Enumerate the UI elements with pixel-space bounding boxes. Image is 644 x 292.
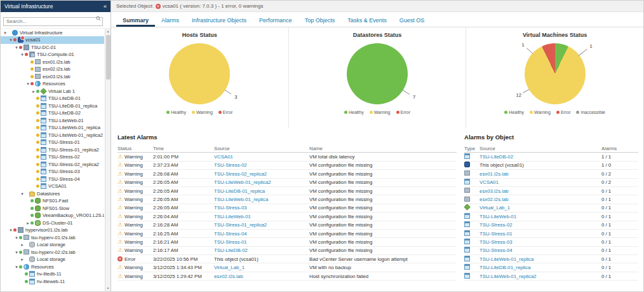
object-source-link[interactable]: TSU-LiteWeb-01_replica2 — [480, 274, 601, 279]
alarm-source-link[interactable]: esx02.l2s.lab — [214, 274, 309, 279]
tree-item-vcsa01[interactable]: VCSA01 — [1, 183, 104, 190]
alarm-source-link[interactable]: TSU-Stress-02_replica2 — [214, 171, 309, 177]
table-row[interactable]: esx02.l2s.lab0 / 1 — [464, 195, 638, 204]
tree-item-local-storage[interactable]: ▸Local storage — [1, 241, 104, 249]
table-row[interactable]: ⚠Warning2:16:28 AMTSU-Stress-01_replica2… — [117, 221, 457, 230]
column-header-alarms[interactable]: Alarms — [601, 146, 638, 151]
tree-item-tsu-litedb-01-replica[interactable]: TSU-LiteDB-01_replica — [1, 102, 104, 110]
tree-item-tsu-liteweb-01-replica[interactable]: TSU-LiteWeb-01_replica — [1, 124, 104, 132]
tree-item-tsu-stress-02[interactable]: TSU-Stress-02 — [1, 153, 104, 161]
tree-item-tsu-stress-01-replica2[interactable]: TSU-Stress-01_replica2 — [1, 146, 104, 154]
tree-item-tsu-stress-04[interactable]: TSU-Stress-04 — [1, 176, 104, 183]
alarm-source-link[interactable]: Virtual_Lab_1 — [214, 265, 309, 270]
tree-item-vcsa01[interactable]: ▾vcsa01 — [1, 36, 104, 44]
chevron-down-icon[interactable]: ▾ — [8, 38, 13, 42]
object-source-link[interactable]: TSU-LiteDB-01_replica — [480, 265, 601, 270]
alarm-source-link[interactable]: TSU-LiteWeb-01_replica2 — [214, 179, 309, 185]
table-row[interactable]: ✕Error3/22/2025 10:56 PMThis object (vcs… — [117, 255, 457, 263]
column-header-source[interactable]: Source — [214, 146, 309, 151]
tab-infrastructure-objects[interactable]: Infrastructure Objects — [185, 15, 253, 27]
chevron-down-icon[interactable]: ▾ — [14, 265, 19, 269]
tree-item-datastores[interactable]: ▾Datastores — [1, 190, 104, 198]
table-row[interactable]: TSU-Stress-020 / 1 — [464, 221, 638, 230]
tree-item-tsu-liteweb-01[interactable]: TSU-LiteWeb-01 — [1, 117, 104, 125]
collapse-panel-icon[interactable]: « — [104, 3, 107, 10]
tab-tasks-events[interactable]: Tasks & Events — [341, 15, 393, 27]
table-row[interactable]: TSU-LiteDB-021 / 1 — [464, 153, 638, 161]
tree-item-resources[interactable]: ▾Resources — [1, 263, 104, 271]
column-header-status[interactable]: Status — [117, 146, 153, 151]
tree-item-tsu-stress-03[interactable]: TSU-Stress-03 — [1, 168, 104, 176]
tree-item-ds-cluster-01[interactable]: ▸DS-Cluster-01 — [1, 219, 104, 227]
column-header-source[interactable]: Source — [480, 146, 601, 151]
object-source-link[interactable]: TSU-LiteWeb-01 — [480, 214, 601, 219]
tree-item-virtual-lab-1[interactable]: ▸Virtual Lab 1 — [1, 88, 104, 95]
column-header-time[interactable]: Time — [153, 146, 214, 151]
chevron-down-icon[interactable]: ▾ — [25, 81, 30, 86]
object-source-link[interactable]: TSU-LiteWeb-01_replica — [480, 256, 601, 262]
table-row[interactable]: VCSA010 / 2 — [464, 179, 638, 187]
tree-item-tsu-compute-01[interactable]: ▾TSU-Compute-01 — [1, 51, 104, 59]
chevron-down-icon[interactable]: ▾ — [14, 45, 19, 50]
tree-item-virtual-infrastructure[interactable]: ▾Virtual Infrastructure — [1, 29, 104, 37]
alarm-source-link[interactable]: TSU-LiteWeb-01_replica — [214, 197, 309, 202]
table-row[interactable]: ⚠Warning2:16:21 AMTSU-Stress-01VM config… — [117, 238, 457, 246]
table-row[interactable]: ⚠Warning2:26:05 AMTSU-LiteDB-01_replicaV… — [117, 187, 457, 195]
chevron-down-icon[interactable]: ▾ — [20, 52, 25, 57]
object-source-link[interactable]: TSU-Stress-04 — [480, 247, 601, 253]
tab-summary[interactable]: Summary — [116, 15, 155, 27]
alarm-source-link[interactable]: TSU-Stress-01_replica2 — [214, 222, 309, 228]
object-source-link[interactable]: TSU-LiteDB-02 — [480, 154, 601, 160]
table-row[interactable]: ⚠Warning2:26:08 AMTSU-Stress-02_replica2… — [117, 170, 457, 178]
table-row[interactable]: TSU-LiteWeb-01_replica20 / 1 — [464, 272, 638, 281]
tree-item-esx01-l2s-lab[interactable]: esx01.l2s.lab — [1, 59, 104, 66]
object-source-link[interactable]: Virtual_Lab_1 — [480, 205, 601, 211]
chevron-right-icon[interactable]: ▸ — [25, 221, 30, 225]
table-row[interactable]: Virtual_Lab_10 / 1 — [464, 204, 638, 212]
table-row[interactable]: ⚠Warning2:37:23 AMTSU-Stress-02VM config… — [117, 162, 457, 170]
chevron-right-icon[interactable]: ▸ — [31, 89, 36, 94]
tab-guest-os[interactable]: Guest OS — [393, 15, 431, 27]
table-row[interactable]: ⚠Warning3/12/2025 1:34:43 PMVirtual_Lab_… — [117, 263, 457, 272]
tree-item-nfs01-fast[interactable]: NFS01-Fast — [1, 197, 104, 205]
alarm-source-link[interactable]: TSU-Stress-02 — [214, 162, 309, 168]
tab-alarms[interactable]: Alarms — [155, 15, 185, 27]
object-source-link[interactable]: TSU-Stress-02 — [480, 222, 601, 228]
tab-performance[interactable]: Performance — [253, 15, 299, 27]
tree-item-hypervisor01-l2s-lab[interactable]: ▾hypervisor01.l2s.lab — [1, 226, 104, 234]
table-row[interactable]: ⚠Warning2:16:25 AMTSU-Stress-04VM config… — [117, 230, 457, 238]
object-source-link[interactable]: esx03.l2s.lab — [480, 188, 601, 194]
column-header-name[interactable]: Name — [309, 146, 457, 151]
table-row[interactable]: TSU-Stress-040 / 1 — [464, 247, 638, 255]
object-source-link[interactable]: TSU-Stress-01 — [480, 231, 601, 237]
alarm-source-link[interactable]: TSU-Stress-01 — [214, 239, 309, 245]
table-row[interactable]: TSU-LiteDB-01_replica0 / 1 — [464, 263, 638, 272]
tree-item-tsu-stress-01[interactable]: TSU-Stress-01 — [1, 139, 104, 146]
table-row[interactable]: ⚠Warning2:16:17 AMTSU-LiteDB-02VM config… — [117, 247, 457, 255]
scroll-up-icon[interactable]: ▲ — [107, 29, 110, 34]
tree-item-veeambackup-vro01-l2s-lab[interactable]: VeeamBackup_VRO01.L2S.LAB — [1, 212, 104, 219]
tree-item-tsu-dc-01[interactable]: ▾TSU-DC-01 — [1, 44, 104, 52]
alarm-source-link[interactable]: TSU-Stress-03 — [214, 205, 309, 211]
table-row[interactable]: TSU-Stress-010 / 1 — [464, 230, 638, 238]
tree-item-hv-liteweb-11[interactable]: hv-liteweb-11 — [1, 278, 104, 286]
tree-item-hv-litedb-11[interactable]: hv-litedb-11 — [1, 270, 104, 278]
object-source-link[interactable]: esx01.l2s.lab — [480, 171, 601, 177]
tree-item-tsu-stress-02-replica2[interactable]: TSU-Stress-02_replica2 — [1, 161, 104, 169]
alarm-source-link[interactable]: TSU-Stress-04 — [214, 231, 309, 237]
table-row[interactable]: TSU-LiteWeb-01_replica0 / 1 — [464, 255, 638, 263]
table-row[interactable]: This object (vcsa01)1 / 0 — [464, 162, 638, 170]
alarm-source-link[interactable]: TSU-LiteWeb-01 — [214, 214, 309, 219]
object-source-link[interactable]: VCSA01 — [480, 179, 601, 185]
tree-item-esx03-l2s-lab[interactable]: esx03.l2s.lab — [1, 73, 104, 81]
table-row[interactable]: ⚠Warning2:26:05 AMTSU-Stress-03VM config… — [117, 204, 457, 212]
tree-item-resources[interactable]: ▾Resources — [1, 80, 104, 88]
table-row[interactable]: esx03.l2s.lab0 / 1 — [464, 187, 638, 195]
table-row[interactable]: ⚠Warning3/12/2025 1:29:42 PMesx02.l2s.la… — [117, 272, 457, 281]
table-row[interactable]: ⚠Warning2:01:00 PMVCSA01VM total disk la… — [117, 153, 457, 161]
chevron-right-icon[interactable]: ▸ — [20, 242, 25, 247]
chevron-down-icon[interactable]: ▾ — [14, 250, 19, 254]
search-input[interactable] — [3, 17, 103, 26]
object-source-link[interactable]: esx02.l2s.lab — [480, 197, 601, 202]
tree-item-local-storage[interactable]: ▸Local storage — [1, 256, 104, 263]
